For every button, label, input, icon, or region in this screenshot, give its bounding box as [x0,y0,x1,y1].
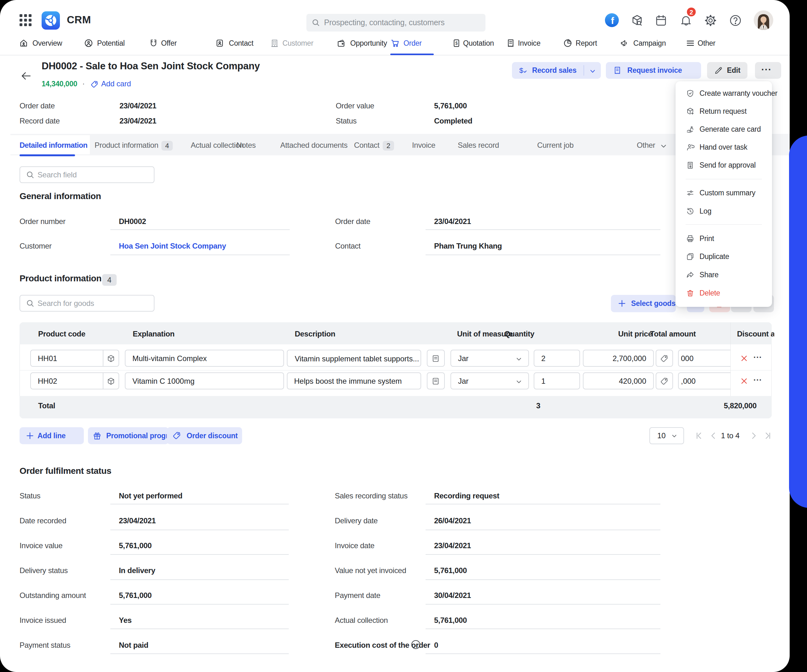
svg-text:f: f [611,15,614,26]
svg-text:$: $ [519,66,523,74]
svg-text:2: 2 [689,9,693,16]
svg-text:$: $ [455,41,458,46]
